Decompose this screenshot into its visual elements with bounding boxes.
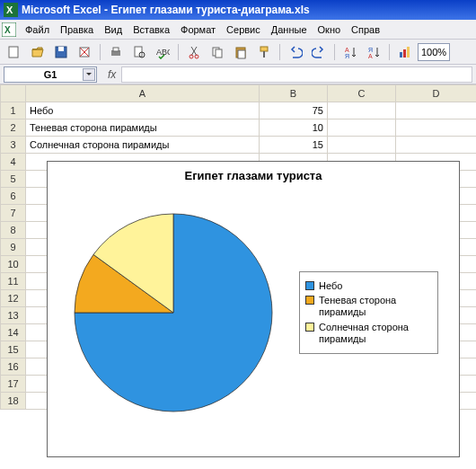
cell[interactable]: [396, 119, 477, 137]
toolbar-separator: [178, 44, 179, 60]
embedded-chart[interactable]: Египет глазами туриста Небо Теневая стор…: [47, 161, 460, 457]
row-header[interactable]: 6: [1, 188, 26, 205]
row-header[interactable]: 9: [1, 239, 26, 256]
cut-icon[interactable]: [183, 42, 205, 62]
row-header[interactable]: 16: [1, 358, 26, 376]
menu-format[interactable]: Формат: [175, 22, 221, 37]
col-header-A[interactable]: A: [26, 85, 260, 102]
pie-plot: [48, 187, 299, 438]
print-preview-icon[interactable]: [128, 42, 150, 62]
row-header[interactable]: 4: [1, 154, 26, 171]
sheet-area: A B C D 1 Небо 75 2 Теневая сторона пира…: [0, 84, 476, 469]
col-header-C[interactable]: C: [328, 85, 396, 102]
sort-desc-icon[interactable]: ЯА: [363, 42, 384, 62]
legend-item: Солнечная сторона пирамиды: [305, 322, 432, 345]
title-sep: -: [101, 4, 111, 16]
name-box[interactable]: G1: [4, 66, 97, 83]
row-header[interactable]: 10: [1, 256, 26, 273]
toolbar: ABC АЯ ЯА 100%: [0, 40, 476, 65]
svg-rect-6: [58, 47, 64, 51]
toolbar-separator: [334, 44, 335, 60]
print-icon[interactable]: [105, 42, 127, 62]
excel-doc-icon: X: [2, 22, 16, 37]
row-header[interactable]: 12: [1, 290, 26, 307]
cell[interactable]: 10: [260, 119, 328, 137]
spellcheck-icon[interactable]: ABC: [152, 42, 173, 62]
svg-rect-19: [260, 47, 268, 51]
sort-asc-icon[interactable]: АЯ: [339, 42, 361, 62]
titlebar: X Microsoft Excel - Египет глазами турис…: [0, 0, 476, 20]
legend-label: Солнечная сторона пирамиды: [319, 322, 432, 345]
cell[interactable]: 15: [260, 137, 328, 154]
cell[interactable]: [396, 102, 477, 119]
cell[interactable]: [328, 119, 396, 137]
row-header[interactable]: 13: [1, 307, 26, 324]
svg-rect-4: [9, 47, 18, 58]
menu-service[interactable]: Сервис: [221, 22, 266, 37]
menu-help[interactable]: Справ: [346, 22, 385, 37]
chart-legend: Небо Теневая сторона пирамиды Солнечная …: [299, 271, 438, 354]
cell[interactable]: [328, 102, 396, 119]
svg-text:Я: Я: [345, 53, 349, 59]
row-header[interactable]: 1: [1, 102, 26, 119]
menu-file[interactable]: Файл: [20, 22, 55, 37]
pie-chart-svg: [66, 205, 281, 420]
col-header-D[interactable]: D: [396, 85, 477, 102]
redo-icon[interactable]: [308, 42, 330, 62]
svg-text:X: X: [6, 4, 13, 15]
legend-swatch: [305, 296, 314, 305]
svg-rect-18: [238, 50, 245, 58]
legend-item: Теневая сторона пирамиды: [305, 295, 432, 318]
row-header[interactable]: 17: [1, 376, 26, 393]
svg-rect-10: [135, 47, 142, 57]
menu-data[interactable]: Данные: [266, 22, 313, 37]
svg-rect-9: [113, 48, 119, 51]
select-all-corner[interactable]: [1, 85, 26, 102]
open-icon[interactable]: [27, 42, 48, 62]
new-doc-icon[interactable]: [4, 42, 25, 62]
cell[interactable]: [396, 137, 477, 154]
row-header[interactable]: 14: [1, 324, 26, 341]
copy-icon[interactable]: [207, 42, 228, 62]
svg-text:X: X: [4, 25, 11, 35]
row-header[interactable]: 8: [1, 222, 26, 239]
toolbar-separator: [389, 44, 390, 60]
legend-item: Небо: [305, 280, 432, 292]
toolbar-separator: [279, 44, 280, 60]
row-header[interactable]: 15: [1, 341, 26, 358]
zoom-value: 100%: [421, 47, 446, 58]
menu-insert[interactable]: Вставка: [128, 22, 175, 37]
chart-wizard-icon[interactable]: [394, 42, 416, 62]
cell[interactable]: [328, 137, 396, 154]
fx-label[interactable]: fx: [108, 68, 116, 81]
permissions-icon[interactable]: [74, 42, 95, 62]
format-painter-icon[interactable]: [253, 42, 275, 62]
formula-bar-row: G1 fx: [0, 65, 476, 84]
row-header[interactable]: 2: [1, 119, 26, 137]
undo-icon[interactable]: [285, 42, 306, 62]
paste-icon[interactable]: [230, 42, 251, 62]
cell[interactable]: Солнечная сторона пирамиды: [26, 137, 260, 154]
row-header[interactable]: 7: [1, 205, 26, 222]
cell[interactable]: 75: [260, 102, 328, 119]
row-header[interactable]: 5: [1, 171, 26, 188]
svg-rect-20: [263, 51, 265, 58]
col-header-B[interactable]: B: [260, 85, 328, 102]
save-icon[interactable]: [50, 42, 72, 62]
menu-window[interactable]: Окно: [313, 22, 347, 37]
menubar: X Файл Правка Вид Вставка Формат Сервис …: [0, 20, 476, 40]
toolbar-separator: [100, 44, 101, 60]
chart-title: Египет глазами туриста: [48, 169, 459, 182]
namebox-dropdown-icon[interactable]: [83, 68, 95, 81]
cell[interactable]: Небо: [26, 102, 260, 119]
menu-view[interactable]: Вид: [99, 22, 128, 37]
row-header[interactable]: 18: [1, 393, 26, 410]
cell[interactable]: Теневая сторона пирамиды: [26, 119, 260, 137]
zoom-box[interactable]: 100%: [418, 43, 450, 61]
row-header[interactable]: 3: [1, 137, 26, 154]
svg-text:Я: Я: [368, 47, 373, 53]
row-header[interactable]: 11: [1, 273, 26, 290]
menu-edit[interactable]: Правка: [55, 22, 99, 37]
formula-input[interactable]: [121, 66, 472, 83]
chart-body: Небо Теневая сторона пирамиды Солнечная …: [48, 182, 459, 443]
